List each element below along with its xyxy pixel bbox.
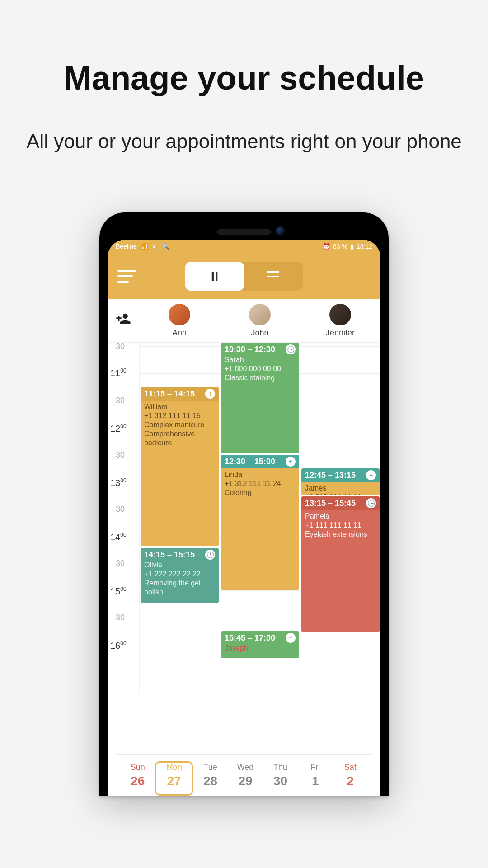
day-fri[interactable]: Fri 1	[298, 763, 333, 796]
clock-icon: 🕒	[286, 344, 296, 354]
day-number: 26	[120, 774, 155, 788]
service-name: Coloring	[225, 488, 296, 497]
plus-icon: +	[286, 457, 296, 467]
clock-icon: 🕒	[205, 550, 215, 560]
status-bar: Beeline 📶 ᯤ 🔍 ⏰ 83 % ▮ 18:12	[108, 240, 380, 253]
time-label: 30	[116, 613, 125, 623]
event-time: 12:30 – 15:00	[225, 457, 275, 467]
add-staff-button[interactable]	[108, 304, 139, 326]
staff-member-ann[interactable]: Ann	[139, 304, 220, 338]
alarm-icon: ⏰	[323, 243, 330, 250]
event-time: 12:45 – 13:15	[305, 471, 356, 480]
appointment-james[interactable]: 12:45 – 13:15 + James +1 312 111 11 11	[301, 468, 380, 495]
view-toggle[interactable]: II	[185, 262, 303, 291]
client-name: Pamela	[305, 512, 376, 521]
phone-device-frame: Beeline 📶 ᯤ 🔍 ⏰ 83 % ▮ 18:12 II	[99, 212, 389, 796]
client-name: Joseph	[225, 644, 296, 653]
time-label: 1300	[110, 477, 127, 488]
time-label: 30	[116, 396, 125, 406]
time-label: 30	[116, 450, 125, 460]
appointment-pamela[interactable]: 13:15 – 15:45 🕒 Pamela +1 111 111 11 11 …	[301, 496, 380, 632]
appointment-joseph[interactable]: 15:45 – 17:00 − Joseph	[221, 631, 299, 658]
client-phone: +1 000 000 00 00	[225, 364, 296, 373]
event-time: 11:15 – 14:15	[144, 389, 195, 399]
day-thu[interactable]: Thu 30	[263, 763, 298, 796]
day-of-week: Mon	[156, 763, 191, 772]
avatar	[249, 304, 271, 326]
service-name: Comprehensive pedicure	[144, 429, 215, 448]
day-of-week: Wed	[228, 763, 263, 772]
client-phone: +1 312 111 11 15	[144, 411, 215, 420]
day-of-week: Thu	[263, 763, 298, 772]
view-toggle-columns[interactable]: II	[185, 262, 244, 291]
day-number: 1	[298, 774, 333, 788]
lane-jennifer[interactable]: 12:45 – 13:15 + James +1 312 111 11 11 1…	[300, 343, 380, 695]
lane-ann[interactable]: 11:15 – 14:15 ! William +1 312 111 11 15…	[139, 343, 220, 695]
appointment-william[interactable]: 11:15 – 14:15 ! William +1 312 111 11 15…	[141, 387, 219, 546]
day-of-week: Fri	[298, 763, 333, 772]
time-label: 30	[116, 559, 125, 568]
service-name: Eyelash extensions	[305, 530, 376, 539]
menu-icon[interactable]	[117, 270, 136, 283]
day-sun[interactable]: Sun 26	[120, 763, 155, 796]
client-phone: +1 222 222 22 22	[144, 570, 215, 579]
day-mon[interactable]: Mon 27	[155, 761, 192, 796]
event-time: 10:30 – 12:30	[225, 345, 275, 354]
service-name: Removing the gel polish	[144, 579, 215, 597]
avatar	[329, 304, 351, 326]
battery-percent: 83 %	[333, 243, 347, 250]
day-number: 28	[193, 774, 228, 788]
day-sat[interactable]: Sat 2	[333, 763, 368, 796]
add-user-icon	[116, 311, 131, 326]
staff-selector-row: Ann John Jennifer	[108, 299, 380, 343]
time-label: 30	[116, 505, 125, 514]
service-name: Classic staining	[225, 373, 296, 382]
time-label: 1400	[110, 532, 127, 542]
client-name: Linda	[225, 470, 296, 479]
minus-icon: −	[286, 633, 296, 643]
marketing-subtitle: All your or your appointments right on y…	[0, 129, 488, 154]
lane-john[interactable]: 10:30 – 12:30 🕒 Sarah +1 000 000 00 00 C…	[220, 343, 300, 695]
plus-icon: +	[366, 470, 376, 480]
day-number: 29	[228, 774, 263, 788]
time-label: 30	[116, 343, 125, 351]
client-name: Sarah	[225, 355, 296, 364]
day-number: 30	[263, 774, 298, 788]
time-label: 1500	[110, 586, 127, 597]
day-tue[interactable]: Tue 28	[193, 763, 228, 796]
event-time: 13:15 – 15:45	[305, 499, 356, 508]
day-of-week: Sat	[333, 763, 368, 772]
pause-icon: II	[211, 269, 219, 284]
day-wed[interactable]: Wed 29	[228, 763, 263, 796]
staff-name: Ann	[172, 328, 187, 338]
appointment-sarah[interactable]: 10:30 – 12:30 🕒 Sarah +1 000 000 00 00 C…	[221, 343, 299, 453]
staff-member-jennifer[interactable]: Jennifer	[300, 304, 380, 338]
time-label: 1100	[110, 368, 127, 378]
signal-icon: 📶	[141, 243, 148, 250]
day-of-week: Tue	[193, 763, 228, 772]
marketing-title: Manage your schedule	[0, 59, 488, 97]
wifi-icon: ᯤ	[152, 243, 158, 250]
avatar	[169, 304, 190, 326]
service-name: Complex manicure	[144, 420, 215, 429]
day-number: 27	[156, 774, 191, 788]
day-number: 2	[333, 774, 368, 788]
staff-member-john[interactable]: John	[220, 304, 300, 338]
client-phone: +1 312 111 11 11	[305, 493, 376, 495]
time-label: 1200	[110, 423, 127, 434]
view-toggle-list[interactable]	[244, 276, 303, 277]
schedule-grid[interactable]: 30 1100 30 1200 30 1300 30 1400 30 1500 …	[108, 343, 380, 695]
clock-icon: 🕒	[366, 498, 376, 508]
battery-icon: ▮	[350, 243, 354, 250]
day-of-week: Sun	[120, 763, 155, 772]
appointment-linda[interactable]: 12:30 – 15:00 + Linda +1 312 111 11 24 C…	[221, 455, 299, 590]
event-time: 15:45 – 17:00	[225, 633, 275, 643]
event-time: 14:15 – 15:15	[144, 550, 195, 560]
client-name: Olivia	[144, 561, 215, 570]
staff-name: John	[251, 328, 268, 338]
app-header: II	[108, 253, 380, 299]
carrier-label: Beeline	[116, 243, 137, 250]
appointment-olivia[interactable]: 14:15 – 15:15 🕒 Olivia +1 222 222 22 22 …	[141, 548, 219, 603]
client-phone: +1 312 111 11 24	[225, 479, 296, 488]
time-label: 1600	[110, 640, 127, 651]
